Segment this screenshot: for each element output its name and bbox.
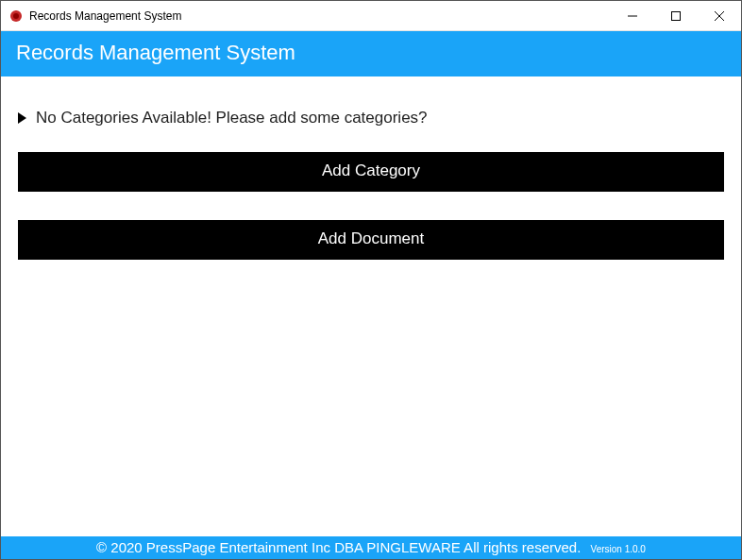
footer-version: Version 1.0.0 bbox=[591, 544, 646, 554]
status-row[interactable]: No Categories Available! Please add some… bbox=[18, 109, 724, 127]
window-title: Records Management System bbox=[29, 9, 611, 23]
caret-right-icon bbox=[18, 112, 26, 124]
app-icon bbox=[8, 8, 24, 24]
page-title: Records Management System bbox=[16, 41, 726, 65]
svg-point-1 bbox=[13, 13, 19, 19]
app-header: Records Management System bbox=[1, 31, 741, 76]
footer: © 2020 PressPage Entertainment Inc DBA P… bbox=[1, 536, 741, 559]
main-content: No Categories Available! Please add some… bbox=[1, 76, 741, 536]
add-document-button[interactable]: Add Document bbox=[18, 220, 724, 260]
window-controls bbox=[611, 1, 741, 30]
add-category-button[interactable]: Add Category bbox=[18, 152, 724, 192]
footer-copyright: © 2020 PressPage Entertainment Inc DBA P… bbox=[96, 539, 581, 555]
maximize-button[interactable] bbox=[654, 1, 698, 30]
window-titlebar: Records Management System bbox=[1, 1, 741, 31]
minimize-button[interactable] bbox=[611, 1, 654, 30]
close-button[interactable] bbox=[698, 1, 741, 30]
svg-rect-3 bbox=[672, 11, 681, 20]
status-message: No Categories Available! Please add some… bbox=[36, 109, 428, 127]
